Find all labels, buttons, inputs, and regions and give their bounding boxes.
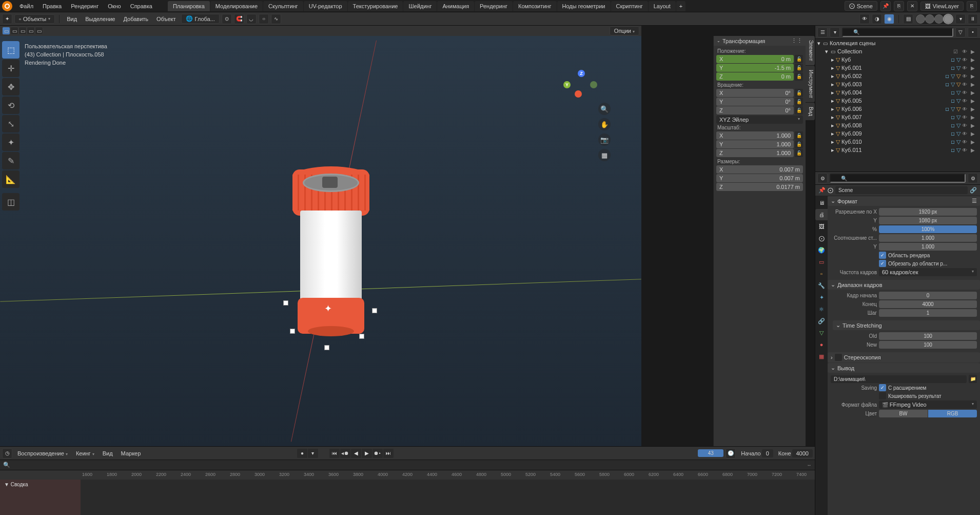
props-tab-material[interactable]: ● — [815, 339, 828, 350]
output-path-field[interactable]: D:\анимация\ — [831, 375, 967, 383]
workspace-tab-sculpting[interactable]: Скульптинг — [263, 1, 303, 11]
select-mode-3-icon[interactable]: ▭ — [18, 27, 27, 35]
tree-item[interactable]: ▸▽Куб.008◇▽👁▶ — [815, 121, 980, 129]
props-tab-physics[interactable]: ⚛ — [815, 303, 828, 315]
perspective-toggle-icon[interactable]: ▦ — [598, 149, 611, 161]
delete-scene-icon[interactable]: ✕ — [907, 1, 917, 11]
scale-y-field[interactable]: Y1.000 — [716, 140, 794, 148]
timeline-range-handle-icon[interactable]: ↔ — [807, 462, 812, 468]
npanel-tab-item[interactable]: Элемент — [806, 36, 815, 65]
proportional-icon[interactable]: ○ — [259, 14, 269, 24]
tree-item[interactable]: ▸▽Куб.004◇▽👁▶ — [815, 88, 980, 97]
timeline-ruler[interactable]: 1600180020002200240026002800300032003400… — [0, 470, 815, 480]
workspace-tab-scripting[interactable]: Скриптинг — [611, 1, 648, 11]
npanel-tab-tool[interactable]: Инструмент — [806, 66, 815, 102]
props-tab-output[interactable]: 🖨 — [815, 209, 828, 220]
location-x-field[interactable]: X0 m — [716, 55, 794, 63]
orientation-selector[interactable]: 🌐 Глоба... — [181, 14, 220, 24]
annotate-tool[interactable]: ✎ — [2, 152, 19, 169]
lock-rot-z-icon[interactable]: 🔓 — [795, 106, 803, 115]
props-tab-object[interactable]: ▫ — [815, 268, 828, 279]
workspace-tab-uv[interactable]: UV-редактор — [304, 1, 347, 11]
lock-scl-x-icon[interactable]: 🔓 — [795, 131, 803, 140]
color-rgb-button[interactable]: RGB — [928, 410, 977, 417]
select-mode-2-icon[interactable]: ▭ — [10, 27, 18, 35]
rotation-y-field[interactable]: Y0° — [716, 98, 794, 106]
header-add[interactable]: Добавить — [120, 16, 151, 22]
new-scene-icon[interactable]: ⎘ — [894, 1, 904, 11]
header-select[interactable]: Выделение — [82, 16, 118, 22]
add-cube-tool[interactable]: ◫ — [2, 193, 19, 211]
select-mode-5-icon[interactable]: ▭ — [35, 27, 43, 35]
timeline-editor-icon[interactable]: ◷ — [2, 448, 12, 459]
cursor-tool[interactable]: ✛ — [2, 60, 19, 77]
outliner-display-mode-icon[interactable]: ▾ — [830, 27, 840, 37]
scale-x-field[interactable]: X1.000 — [716, 131, 794, 140]
shading-options-icon[interactable]: ▾ — [955, 14, 966, 24]
select-mode-4-icon[interactable]: ▭ — [27, 27, 35, 35]
next-keyframe-icon[interactable]: ⏺▸ — [373, 449, 383, 458]
props-tab-render[interactable]: 🖥 — [815, 197, 828, 208]
visibility-icon[interactable]: 👁 — [859, 14, 870, 24]
pause-render-icon[interactable]: ⏸ — [968, 14, 978, 24]
tree-item[interactable]: ▸▽Куб◇▽👁▶ — [815, 55, 980, 64]
res-y-field[interactable]: 1080 px — [879, 217, 977, 224]
keying-menu[interactable]: Кеинг ▾ — [73, 450, 97, 456]
lock-scl-y-icon[interactable]: 🔓 — [795, 140, 803, 148]
lock-loc-x-icon[interactable]: 🔓 — [795, 55, 803, 63]
dim-z-field[interactable]: Z0.0177 m — [716, 183, 803, 191]
properties-editor-icon[interactable]: ⚙ — [817, 173, 828, 183]
scene-selector[interactable]: ⨀ Scene — [845, 1, 877, 11]
properties-body[interactable]: ⌄Формат☰ Разрешение по X1920 px Y1080 px… — [828, 196, 980, 515]
autokey-icon[interactable]: ● — [297, 449, 307, 458]
ext-check[interactable]: ✓ — [879, 384, 886, 391]
rotate-tool[interactable]: ⟲ — [2, 97, 19, 114]
timestretch-panel-header[interactable]: ⌄Time Stretching — [833, 320, 980, 330]
mode-selector[interactable]: ▫ Объекты ▾ — [14, 14, 55, 24]
props-tab-world[interactable]: 🌍 — [815, 244, 828, 256]
summary-row-label[interactable]: Сводка — [4, 482, 28, 487]
scene-name-field[interactable]: Scene — [835, 186, 968, 194]
res-x-field[interactable]: 1920 px — [879, 208, 977, 216]
tree-item[interactable]: ▸▽Куб.001◇▽👁▶ — [815, 64, 980, 72]
workspace-tab-geonodes[interactable]: Ноды геометрии — [557, 1, 611, 11]
lock-rot-x-icon[interactable]: 🔓 — [795, 89, 803, 97]
lock-rot-y-icon[interactable]: 🔓 — [795, 98, 803, 106]
stereo-check[interactable] — [835, 354, 842, 361]
header-view[interactable]: Вид — [64, 16, 80, 22]
workspace-tab-layout2[interactable]: Layout — [649, 1, 676, 11]
navigation-gizmo[interactable]: Z Y — [565, 70, 596, 101]
start-frame-field[interactable]: Начало0 — [741, 449, 773, 457]
tree-item[interactable]: ▸▽Куб.010◇▽👁▶ — [815, 138, 980, 146]
rendered-object[interactable]: ✦ — [292, 169, 369, 349]
props-tab-viewlayer[interactable]: 🖼 — [815, 221, 828, 232]
browse-folder-icon[interactable]: 📁 — [969, 375, 977, 383]
properties-search-input[interactable] — [830, 174, 966, 183]
prev-keyframe-icon[interactable]: ◂⏺ — [340, 449, 350, 458]
shading-solid-icon[interactable] — [925, 14, 934, 24]
workspace-tab-compositing[interactable]: Композитинг — [513, 1, 557, 11]
framerange-panel-header[interactable]: ⌄Диапазон кадров — [828, 280, 980, 290]
move-tool[interactable]: ✥ — [2, 78, 19, 96]
fformat-field[interactable]: 🎬 FFmpeg Video▾ — [879, 400, 977, 409]
cache-check[interactable] — [879, 392, 886, 399]
outliner-filter-icon[interactable]: ▽ — [955, 27, 966, 37]
menu-help[interactable]: Справка — [126, 1, 156, 11]
timeline-tracks[interactable]: Сводка — [0, 480, 815, 515]
marker-menu[interactable]: Маркер — [118, 450, 144, 456]
tree-item[interactable]: ▸▽Куб.002◇▽▽👁▶ — [815, 72, 980, 80]
props-tab-data[interactable]: ▽ — [815, 327, 828, 338]
dim-y-field[interactable]: Y0.007 m — [716, 174, 803, 182]
rotation-z-field[interactable]: Z0° — [716, 106, 794, 115]
outliner-editor-icon[interactable]: ☰ — [817, 27, 828, 37]
gizmo-toggle-icon[interactable]: ◑ — [872, 14, 882, 24]
npanel-tab-view[interactable]: Вид — [806, 103, 815, 120]
playback-menu[interactable]: Воспроизведение ▾ — [14, 450, 71, 456]
shading-wireframe-icon[interactable] — [916, 14, 925, 24]
pin-icon[interactable]: 📌 — [818, 187, 826, 194]
shading-matprev-icon[interactable] — [934, 14, 944, 24]
menu-edit[interactable]: Правка — [38, 1, 66, 11]
lock-scl-z-icon[interactable]: 🔓 — [795, 149, 803, 157]
current-frame-field[interactable]: 43 — [698, 449, 723, 457]
crop-check[interactable]: ✓ — [879, 260, 886, 267]
